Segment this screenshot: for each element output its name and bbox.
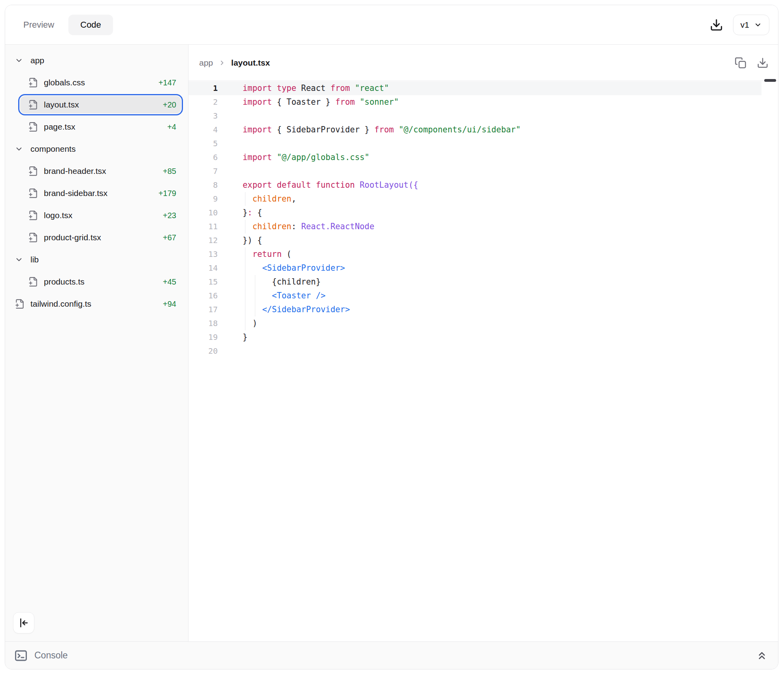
file-plus-icon	[28, 232, 38, 243]
token-pl: :	[291, 222, 301, 231]
tree-file-logo-tsx[interactable]: logo.tsx+23	[19, 206, 182, 225]
line-content	[218, 109, 243, 123]
token-pl	[272, 153, 277, 162]
chevrons-up-icon[interactable]	[756, 650, 768, 662]
breadcrumb-dir[interactable]: app	[199, 58, 213, 68]
token-typ: React.ReactNode	[301, 222, 374, 231]
indent-guide	[245, 247, 245, 330]
code-line-12: 12}) {	[188, 234, 778, 247]
token-kw: function	[316, 180, 355, 190]
line-number: 19	[188, 330, 218, 344]
indent-guide	[245, 220, 245, 234]
tree-file-products-ts[interactable]: products.ts+45	[19, 272, 182, 291]
token-kw: export	[243, 180, 272, 190]
line-number: 9	[188, 192, 218, 206]
token-pl	[243, 222, 253, 231]
token-tag: <SidebarProvider>	[262, 263, 345, 273]
chevron-right-icon	[219, 59, 226, 66]
tree-folder-app[interactable]: app	[11, 51, 182, 70]
tree-file-brand-sidebar-tsx[interactable]: brand-sidebar.tsx+179	[19, 184, 182, 203]
token-str: "@/app/globals.css"	[277, 153, 369, 162]
line-content: <SidebarProvider>	[218, 261, 345, 275]
added-lines-badge: +20	[163, 100, 182, 109]
file-label: brand-sidebar.tsx	[44, 189, 107, 198]
file-label: brand-header.tsx	[44, 166, 106, 176]
download-icon[interactable]	[757, 57, 769, 69]
token-pl	[243, 305, 262, 314]
token-kw: type	[277, 83, 296, 93]
line-number: 2	[188, 95, 218, 109]
tab-code[interactable]: Code	[68, 15, 113, 35]
collapse-sidebar-button[interactable]	[13, 612, 34, 634]
token-str: "sonner"	[360, 97, 399, 107]
line-content: }: {	[218, 206, 262, 220]
console-bar[interactable]: Console	[5, 641, 778, 669]
file-label: products.ts	[44, 277, 85, 287]
token-kw: return	[253, 249, 282, 259]
token-kw: from	[330, 83, 350, 93]
line-content	[218, 344, 243, 358]
line-number: 6	[188, 151, 218, 164]
breadcrumb-file: layout.tsx	[231, 58, 270, 68]
token-var: children	[253, 222, 292, 231]
line-content: export default function RootLayout({	[218, 178, 418, 192]
token-pl	[243, 291, 272, 300]
tree-file-globals-css[interactable]: globals.css+147	[19, 73, 182, 92]
line-number: 12	[188, 234, 218, 247]
folder-label: app	[30, 56, 44, 65]
line-content	[218, 164, 243, 178]
line-content: <Toaster />	[218, 289, 326, 303]
file-plus-icon	[28, 100, 38, 110]
token-kw: import	[243, 97, 272, 107]
tree-folder-components[interactable]: components	[11, 140, 182, 158]
code-panel: app layout.tsx 1import type React from "…	[188, 45, 778, 641]
file-plus-icon	[28, 166, 38, 176]
token-pl: { SidebarProvider }	[272, 125, 374, 134]
token-pl	[350, 83, 355, 93]
line-number: 7	[188, 164, 218, 178]
code-line-18: 18 )	[188, 317, 778, 330]
chevron-down-icon	[15, 145, 23, 153]
line-content: }	[218, 330, 247, 344]
version-dropdown[interactable]: v1	[733, 15, 769, 35]
token-pl	[311, 180, 316, 190]
code-line-5: 5	[188, 137, 778, 151]
added-lines-badge: +67	[163, 233, 182, 242]
tree-file-tailwind-config-ts[interactable]: tailwind.config.ts+94	[11, 294, 182, 313]
added-lines-badge: +45	[163, 277, 182, 287]
token-kw: default	[277, 180, 311, 190]
token-pl: }	[243, 332, 247, 342]
code-line-2: 2import { Toaster } from "sonner"	[188, 95, 778, 109]
tree-file-brand-header-tsx[interactable]: brand-header.tsx+85	[19, 162, 182, 181]
line-content: return (	[218, 247, 291, 261]
line-number: 20	[188, 344, 218, 358]
line-content: import { SidebarProvider } from "@/compo…	[218, 123, 521, 137]
token-pl	[243, 194, 253, 204]
scrollbar-thumb[interactable]	[764, 79, 776, 82]
code-line-19: 19}	[188, 330, 778, 344]
tree-folder-lib[interactable]: lib	[11, 250, 182, 269]
file-plus-icon	[28, 210, 38, 221]
copy-icon[interactable]	[735, 57, 746, 69]
code-line-3: 3	[188, 109, 778, 123]
token-pl: }) {	[243, 236, 262, 245]
line-number: 18	[188, 317, 218, 330]
token-pl: }	[243, 208, 247, 217]
tree-file-page-tsx[interactable]: page.tsx+4	[19, 117, 182, 136]
file-label: page.tsx	[44, 122, 75, 132]
code-line-7: 7	[188, 164, 778, 178]
tab-preview[interactable]: Preview	[19, 15, 58, 35]
tree-file-product-grid-tsx[interactable]: product-grid.tsx+67	[19, 228, 182, 247]
added-lines-badge: +85	[163, 167, 182, 176]
line-number: 4	[188, 123, 218, 137]
chevron-down-icon	[15, 255, 23, 264]
added-lines-badge: +147	[158, 78, 182, 87]
token-pl	[272, 83, 277, 93]
token-fn: RootLayout({	[360, 180, 418, 190]
download-button[interactable]	[708, 16, 725, 34]
token-str: "react"	[355, 83, 389, 93]
tree-file-layout-tsx[interactable]: layout.tsx+20	[18, 94, 183, 115]
file-label: globals.css	[44, 78, 85, 87]
line-number: 17	[188, 303, 218, 317]
version-label: v1	[741, 20, 749, 30]
